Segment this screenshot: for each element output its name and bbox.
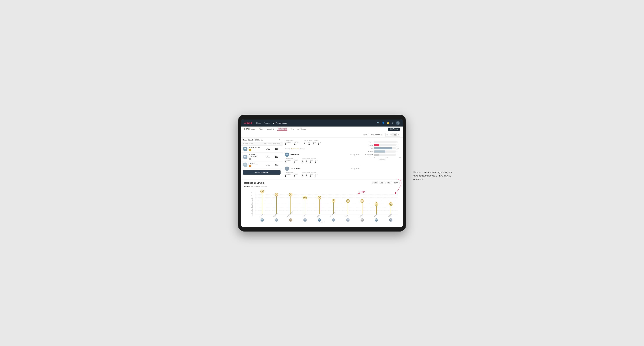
add-team-button[interactable]: Add Team <box>388 128 400 131</box>
streak-line <box>305 198 305 214</box>
tournament-label-top: Tournament <box>285 142 292 143</box>
bar-label-pars: Pars <box>363 148 373 149</box>
app-label-top: APP <box>308 142 311 143</box>
total-rounds-label-top: Total Rounds <box>285 140 298 141</box>
arg-label: ARG <box>310 160 313 161</box>
streak-chart-area: 7xE. EwertEE6xB. McHergBM6xD. Billingham… <box>255 191 398 214</box>
card-avatar-rees: RB <box>285 153 289 157</box>
avatar[interactable]: JD <box>396 121 400 125</box>
sub-nav: PGAT Players PGA Hcaps 1-5 Team Clippd T… <box>241 127 403 132</box>
filter-arg[interactable]: ARG <box>386 181 392 184</box>
player-card-top: Total Rounds Tournament 7 Practice 6 <box>283 138 361 151</box>
edit-icon[interactable]: ✎ <box>279 139 280 141</box>
search-icon[interactable]: 🔍 <box>377 122 380 124</box>
filter-putt[interactable]: PUTT <box>393 181 400 184</box>
streak-line <box>319 198 320 214</box>
player-row[interactable]: EC Edward Crossman 2 18/20 107 <box>241 153 282 162</box>
nav-my-performance[interactable]: My Performance <box>273 122 287 124</box>
grid-view-button[interactable]: ⊞ <box>385 133 389 137</box>
filter-app[interactable]: APP <box>379 181 385 184</box>
col-player-header: PLAYER NAME <box>243 143 263 145</box>
team-header: Team Clippd | 14 Players ✎ <box>241 138 282 142</box>
round-types: Rounds Tournament Practice <box>285 147 359 150</box>
streak-player-avatar: EC <box>332 218 335 222</box>
player-card-header-josh: JC Josh Coles 26 Aug 2023 <box>285 167 359 171</box>
putt-val: 0 <box>314 161 318 164</box>
arg-val-top: 0 <box>313 143 316 146</box>
subnav-hcaps[interactable]: Hcaps 1-5 <box>266 128 274 130</box>
subnav-team-clippd[interactable]: Team Clippd <box>278 128 287 131</box>
view-leaderboard-button[interactable]: View Full Leaderboard <box>243 170 280 174</box>
period-select[interactable]: Last 3 months <box>368 133 384 136</box>
practice-label-top: Practice <box>294 142 298 143</box>
practice-type: Practice <box>300 148 305 150</box>
subnav-pga[interactable]: PGA <box>259 128 262 130</box>
subnav-pgat[interactable]: PGAT Players <box>244 128 255 130</box>
nav-home[interactable]: Home <box>256 122 261 124</box>
streak-col: 4xE. CrossmanEC <box>326 191 341 214</box>
card-name-rees: Rees Britt <box>290 154 350 156</box>
subnav-tour[interactable]: Tour <box>291 128 294 130</box>
streak-badge: 4x <box>346 199 350 203</box>
bar-container-bogeys <box>374 151 396 153</box>
arg-val: 0 <box>310 161 313 164</box>
player-card-josh: JC Josh Coles 26 Aug 2023 Total Rounds T… <box>283 165 361 179</box>
streak-player-label: E. Crossman <box>330 212 336 218</box>
streak-badge: 7x <box>260 190 264 193</box>
middle-panel: Total Rounds Tournament 7 Practice 6 <box>283 138 361 179</box>
player-avatar-1: RB <box>243 147 248 151</box>
export-button[interactable]: ↑ <box>397 133 400 137</box>
nav-teams[interactable]: Teams <box>264 122 270 124</box>
navbar: clippd Home Teams My Performance 🔍 👤 🔔 ⚙… <box>241 120 403 127</box>
streak-line <box>290 194 291 214</box>
streak-col: 5xJ. ColesJC <box>298 191 312 214</box>
card-view-button[interactable]: ▤ <box>393 133 396 137</box>
subnav-all-players[interactable]: All Players <box>298 128 306 130</box>
settings-icon[interactable]: ⚙ <box>392 122 394 124</box>
filter-ott[interactable]: OTT <box>372 181 378 184</box>
rank-badge-2: 2 <box>249 158 251 160</box>
col-avg-header: PB AVG SQ <box>273 143 280 145</box>
streak-player-avatar: BM <box>275 218 278 222</box>
streak-col: 6xD. BillinghamDB <box>284 191 298 214</box>
player-pb-2: 18/20 <box>263 156 273 158</box>
streak-col: 6xB. McHergBM <box>269 191 284 214</box>
streak-player-label: C. Quick <box>388 213 392 217</box>
col-pb-header: PB SCORE <box>263 143 273 145</box>
streak-player-avatar: CQ <box>389 218 392 222</box>
user-icon[interactable]: 👤 <box>382 122 385 124</box>
total-rounds-label-josh: Total Rounds <box>285 172 298 173</box>
card-date-josh: 26 Aug 2023 <box>350 168 359 170</box>
streak-badge: 3x <box>375 202 378 206</box>
player-avg-1: 110 <box>273 148 280 150</box>
streak-player-label: R. Butler <box>374 213 378 217</box>
show-label: Show <box>362 134 366 136</box>
bar-container-eagles <box>374 141 396 143</box>
logo: clippd <box>244 122 252 124</box>
streak-badge: 3x <box>389 202 392 206</box>
bottom-section: Best Round Streaks OTT APP ARG PUTT Off … <box>241 179 403 227</box>
tournament-val-josh: 7 <box>285 175 292 177</box>
streak-col: 4xM. MailerMM <box>355 191 370 214</box>
streak-line <box>262 191 262 214</box>
bar-container-birdies <box>374 144 396 146</box>
bar-row-birdies: Birdies 96 <box>363 144 401 146</box>
practice-label: Practice <box>294 160 298 161</box>
rounds-label: Rounds <box>285 148 290 150</box>
streak-badge: 6x <box>275 193 278 196</box>
bar-value-birdies: 96 <box>397 144 401 146</box>
list-view-button[interactable]: ☰ <box>389 133 393 137</box>
bell-icon[interactable]: 🔔 <box>387 122 390 124</box>
player-name-2: Edward Crossman <box>249 154 263 158</box>
streak-player-label: D. Billingham <box>287 211 292 217</box>
tournament-type: Tournament <box>291 148 298 150</box>
ott-label: OTT <box>302 160 304 161</box>
nav-right: 🔍 👤 🔔 ⚙ JD <box>377 121 400 125</box>
streak-player-label: R. Britt <box>317 214 320 217</box>
player-row[interactable]: CA Cameron... 3 17/20 103 <box>241 162 282 169</box>
bar-label-dbogeys: D. Bogeys + <box>363 154 373 155</box>
player-avatar-2: EC <box>243 155 248 159</box>
player-row[interactable]: RB Richard Butler 1 19/20 110 <box>241 146 282 153</box>
annotation-text: Here you can see streaks your players ha… <box>413 171 453 181</box>
card-name-josh: Josh Coles <box>290 168 350 170</box>
